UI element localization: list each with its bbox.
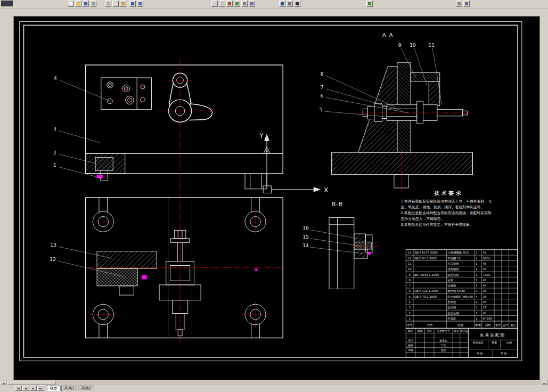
bom-cell: 支承板 [447, 300, 456, 304]
layout-tab-nav: |◄◄►►| [15, 386, 44, 391]
bom-cell: 45 [483, 267, 487, 271]
cad-viewport[interactable]: A-A [13, 16, 540, 381]
tab-nav-button-4[interactable]: ►| [37, 386, 44, 391]
bom-cell: 定位心轴 [447, 312, 459, 315]
scroll-left-arrow[interactable]: ◄ [1, 381, 6, 385]
y-axis-label: Y [259, 132, 264, 140]
zoom-window-icon-glyph [220, 2, 224, 5]
callout-16[interactable]: 16 [302, 225, 309, 231]
callout-7[interactable]: 7 [320, 84, 323, 90]
callout-4[interactable]: 4 [54, 75, 57, 81]
section-bb-label: B-B [332, 201, 343, 208]
callout-9[interactable]: 9 [398, 42, 402, 48]
grid-icon[interactable] [456, 1, 462, 7]
bom-cell: 开口垫圈 [447, 262, 459, 266]
callout-5[interactable]: 5 [319, 107, 322, 112]
callout-12[interactable]: 12 [50, 256, 56, 262]
bom-header: 数量 [476, 323, 481, 326]
callout-2[interactable]: 2 [53, 150, 56, 156]
drawing-canvas[interactable]: A-A [14, 17, 539, 380]
save-icon[interactable] [83, 1, 89, 7]
dimension-icon-glyph [281, 2, 284, 5]
layout-tabs: 模型布局1布局2 [47, 386, 94, 391]
bom-cell: 12 [408, 257, 412, 260]
osnap-icon-glyph [368, 2, 371, 5]
hatch-icon[interactable] [287, 1, 293, 7]
tab-nav-button-2[interactable]: ◄ [22, 386, 29, 391]
bom-cell: 1 [476, 273, 477, 276]
scroll-thumb[interactable] [7, 381, 55, 385]
bom-cell: 10 [408, 267, 412, 271]
bom-cell: 45 [483, 312, 487, 315]
zoom-extents-icon[interactable] [226, 1, 233, 7]
print-icon-glyph [92, 2, 95, 5]
ortho-icon[interactable] [463, 1, 470, 7]
bom-cell: 2 [476, 300, 477, 304]
scroll-right-arrow[interactable]: ► [542, 381, 547, 385]
copy-icon[interactable] [112, 1, 119, 7]
save-icon-glyph [84, 2, 87, 5]
app-menu-icon[interactable] [1, 1, 13, 6]
callout-6[interactable]: 6 [320, 93, 323, 99]
pan-icon[interactable] [211, 1, 218, 7]
tb-label: 分区 [427, 330, 432, 332]
callout-11[interactable]: 11 [428, 42, 435, 48]
bom-cell: GB/T 119.1-2000 [414, 290, 439, 293]
open-folder-icon[interactable] [75, 1, 81, 7]
bom-cell: T8 [482, 306, 487, 309]
bom-cell: Q235 [483, 257, 490, 260]
undo-icon[interactable] [129, 1, 136, 7]
datum-label: A [266, 150, 268, 153]
callout-3[interactable]: 3 [53, 126, 56, 132]
cut-icon[interactable] [105, 1, 111, 7]
new-file-icon[interactable] [68, 1, 74, 7]
callout-15[interactable]: 15 [302, 234, 309, 240]
bom-cell: GB/T 70.1-2000 [414, 295, 437, 298]
tab-nav-button-3[interactable]: ► [30, 386, 37, 391]
bom-cell: 1 [476, 312, 477, 315]
drawing-title: 夹具装配图 [480, 333, 506, 338]
callout-10[interactable]: 10 [410, 42, 416, 48]
layout-tab-3[interactable]: 布局2 [78, 386, 94, 391]
tech-req-line: 1.零件在装配前应全部清理和清洗干净，不得有毛刺、飞 [401, 199, 492, 203]
osnap-icon[interactable] [366, 1, 373, 7]
tech-req-line: 3.装配后各运动件应灵活，不得有卡滞现象。 [401, 223, 473, 227]
layout-tab-1[interactable]: 模型 [47, 386, 61, 391]
bom-cell: 定位销 [447, 306, 456, 309]
callout-8[interactable]: 8 [320, 71, 323, 77]
callout-1[interactable]: 1 [53, 162, 56, 168]
bom-cell: 5 [408, 295, 410, 298]
grip-highlight [255, 268, 258, 271]
tb-stage: 阶段标记 [473, 341, 484, 345]
bom-cell: 1 [408, 317, 410, 320]
bom-header: 名称 [457, 323, 463, 327]
properties-icon[interactable] [249, 1, 255, 7]
bom-cell: 夹具体 [447, 317, 456, 320]
new-file-icon-glyph [69, 2, 72, 5]
paste-icon[interactable] [120, 1, 126, 7]
dimension-icon[interactable] [279, 1, 285, 7]
tb-role: 设计 [407, 339, 413, 342]
cut-icon-glyph [107, 2, 110, 5]
linetype-icon[interactable] [241, 1, 248, 7]
layers-icon[interactable] [234, 1, 240, 7]
ortho-icon-glyph [465, 2, 468, 5]
bom-cell: 六角薄螺母 M12 [447, 251, 469, 255]
tb-label: 标记 [407, 329, 413, 333]
bom-header: 序号 [406, 323, 413, 326]
redo-icon-glyph [138, 2, 142, 5]
layout-tab-2[interactable]: 布局1 [61, 386, 77, 391]
bom-cell: GB/T 97.1-2002 [414, 257, 437, 260]
tab-nav-button-1[interactable]: |◄ [15, 386, 22, 391]
print-icon[interactable] [90, 1, 96, 7]
zoom-window-icon[interactable] [219, 1, 225, 7]
callout-13[interactable]: 13 [50, 242, 56, 248]
bom-header: 备注 [510, 323, 516, 327]
redo-icon[interactable] [137, 1, 143, 7]
bom-cell: 45 [483, 300, 487, 304]
callout-14[interactable]: 14 [302, 242, 309, 248]
tb-label: 签名 [454, 330, 459, 332]
bom-cell: 平垫圈 12 [447, 257, 461, 260]
text-icon[interactable] [294, 1, 300, 7]
bom-cell: 1 [476, 262, 477, 265]
